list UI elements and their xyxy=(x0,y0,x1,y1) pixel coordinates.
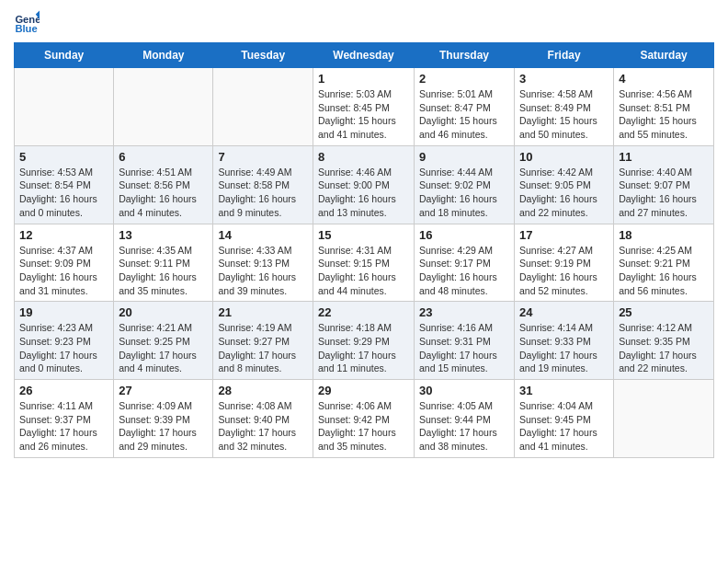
day-number: 18 xyxy=(619,228,709,242)
day-info: Sunrise: 4:29 AM Sunset: 9:17 PM Dayligh… xyxy=(419,244,509,298)
weekday-header-thursday: Thursday xyxy=(415,43,515,68)
day-info: Sunrise: 4:25 AM Sunset: 9:21 PM Dayligh… xyxy=(619,244,709,298)
day-number: 20 xyxy=(119,305,208,319)
calendar-cell: 22Sunrise: 4:18 AM Sunset: 9:29 PM Dayli… xyxy=(313,302,415,380)
calendar-week-4: 19Sunrise: 4:23 AM Sunset: 9:23 PM Dayli… xyxy=(15,302,714,380)
day-number: 13 xyxy=(119,228,208,242)
day-info: Sunrise: 4:06 AM Sunset: 9:42 PM Dayligh… xyxy=(318,399,409,454)
day-number: 5 xyxy=(19,150,108,164)
day-info: Sunrise: 4:04 AM Sunset: 9:45 PM Dayligh… xyxy=(519,399,609,454)
calendar-cell xyxy=(15,68,114,146)
day-info: Sunrise: 4:44 AM Sunset: 9:02 PM Dayligh… xyxy=(419,166,509,220)
calendar-cell: 27Sunrise: 4:09 AM Sunset: 9:39 PM Dayli… xyxy=(114,380,213,458)
day-info: Sunrise: 4:35 AM Sunset: 9:11 PM Dayligh… xyxy=(119,244,208,298)
calendar-cell: 19Sunrise: 4:23 AM Sunset: 9:23 PM Dayli… xyxy=(15,302,114,380)
calendar-cell: 20Sunrise: 4:21 AM Sunset: 9:25 PM Dayli… xyxy=(114,302,213,380)
day-info: Sunrise: 4:21 AM Sunset: 9:25 PM Dayligh… xyxy=(119,321,208,375)
calendar-cell: 24Sunrise: 4:14 AM Sunset: 9:33 PM Dayli… xyxy=(515,302,614,380)
day-number: 1 xyxy=(318,72,409,86)
calendar-cell: 13Sunrise: 4:35 AM Sunset: 9:11 PM Dayli… xyxy=(114,224,213,302)
day-number: 12 xyxy=(19,228,108,242)
calendar-cell: 23Sunrise: 4:16 AM Sunset: 9:31 PM Dayli… xyxy=(415,302,515,380)
calendar-header-row: SundayMondayTuesdayWednesdayThursdayFrid… xyxy=(15,43,714,68)
day-number: 22 xyxy=(318,305,409,319)
day-number: 11 xyxy=(619,150,709,164)
weekday-header-monday: Monday xyxy=(114,43,213,68)
day-info: Sunrise: 5:01 AM Sunset: 8:47 PM Dayligh… xyxy=(419,87,509,142)
day-info: Sunrise: 4:33 AM Sunset: 9:13 PM Dayligh… xyxy=(218,244,308,298)
weekday-header-sunday: Sunday xyxy=(15,43,114,68)
calendar-cell xyxy=(213,68,313,146)
day-info: Sunrise: 4:27 AM Sunset: 9:19 PM Dayligh… xyxy=(519,244,609,298)
calendar-cell: 9Sunrise: 4:44 AM Sunset: 9:02 PM Daylig… xyxy=(415,145,515,224)
day-number: 19 xyxy=(19,305,108,319)
day-info: Sunrise: 4:14 AM Sunset: 9:33 PM Dayligh… xyxy=(519,321,609,375)
day-info: Sunrise: 4:37 AM Sunset: 9:09 PM Dayligh… xyxy=(19,244,108,298)
day-number: 6 xyxy=(119,150,208,164)
day-number: 31 xyxy=(519,384,609,397)
day-number: 3 xyxy=(519,72,609,86)
calendar-cell: 21Sunrise: 4:19 AM Sunset: 9:27 PM Dayli… xyxy=(213,302,313,380)
calendar-cell: 31Sunrise: 4:04 AM Sunset: 9:45 PM Dayli… xyxy=(515,380,614,458)
day-info: Sunrise: 4:19 AM Sunset: 9:27 PM Dayligh… xyxy=(218,321,308,375)
day-number: 15 xyxy=(318,228,409,242)
day-number: 25 xyxy=(619,305,709,319)
day-number: 21 xyxy=(218,305,308,319)
page: General Blue SundayMondayTuesdayWednesda… xyxy=(0,0,728,467)
day-number: 27 xyxy=(119,384,208,397)
calendar-cell xyxy=(614,380,714,458)
calendar-cell: 6Sunrise: 4:51 AM Sunset: 8:56 PM Daylig… xyxy=(114,145,213,224)
calendar-cell: 7Sunrise: 4:49 AM Sunset: 8:58 PM Daylig… xyxy=(213,145,313,224)
calendar-cell: 12Sunrise: 4:37 AM Sunset: 9:09 PM Dayli… xyxy=(15,224,114,302)
calendar-cell: 30Sunrise: 4:05 AM Sunset: 9:44 PM Dayli… xyxy=(415,380,515,458)
calendar-cell: 25Sunrise: 4:12 AM Sunset: 9:35 PM Dayli… xyxy=(614,302,714,380)
day-number: 26 xyxy=(19,384,108,397)
day-number: 2 xyxy=(419,72,509,86)
day-number: 23 xyxy=(419,305,509,319)
calendar-week-3: 12Sunrise: 4:37 AM Sunset: 9:09 PM Dayli… xyxy=(15,224,714,302)
calendar-cell: 17Sunrise: 4:27 AM Sunset: 9:19 PM Dayli… xyxy=(515,224,614,302)
svg-text:Blue: Blue xyxy=(15,23,37,34)
day-info: Sunrise: 4:11 AM Sunset: 9:37 PM Dayligh… xyxy=(19,399,108,454)
day-number: 30 xyxy=(419,384,509,397)
day-number: 8 xyxy=(318,150,409,164)
day-number: 24 xyxy=(519,305,609,319)
day-number: 9 xyxy=(419,150,509,164)
day-number: 16 xyxy=(419,228,509,242)
calendar-cell: 8Sunrise: 4:46 AM Sunset: 9:00 PM Daylig… xyxy=(313,145,415,224)
day-info: Sunrise: 4:40 AM Sunset: 9:07 PM Dayligh… xyxy=(619,166,709,220)
day-number: 10 xyxy=(519,150,609,164)
day-info: Sunrise: 4:46 AM Sunset: 9:00 PM Dayligh… xyxy=(318,166,409,220)
day-info: Sunrise: 4:51 AM Sunset: 8:56 PM Dayligh… xyxy=(119,166,208,220)
day-info: Sunrise: 4:53 AM Sunset: 8:54 PM Dayligh… xyxy=(19,166,108,220)
day-info: Sunrise: 4:23 AM Sunset: 9:23 PM Dayligh… xyxy=(19,321,108,375)
calendar-cell: 26Sunrise: 4:11 AM Sunset: 9:37 PM Dayli… xyxy=(15,380,114,458)
day-info: Sunrise: 4:08 AM Sunset: 9:40 PM Dayligh… xyxy=(218,399,308,454)
day-number: 29 xyxy=(318,384,409,397)
calendar-body: 1Sunrise: 5:03 AM Sunset: 8:45 PM Daylig… xyxy=(15,68,714,458)
day-info: Sunrise: 4:05 AM Sunset: 9:44 PM Dayligh… xyxy=(419,399,509,454)
day-info: Sunrise: 4:18 AM Sunset: 9:29 PM Dayligh… xyxy=(318,321,409,375)
weekday-header-friday: Friday xyxy=(515,43,614,68)
day-info: Sunrise: 4:16 AM Sunset: 9:31 PM Dayligh… xyxy=(419,321,509,375)
calendar-week-5: 26Sunrise: 4:11 AM Sunset: 9:37 PM Dayli… xyxy=(15,380,714,458)
calendar-cell: 14Sunrise: 4:33 AM Sunset: 9:13 PM Dayli… xyxy=(213,224,313,302)
day-info: Sunrise: 4:09 AM Sunset: 9:39 PM Dayligh… xyxy=(119,399,208,454)
calendar-cell: 18Sunrise: 4:25 AM Sunset: 9:21 PM Dayli… xyxy=(614,224,714,302)
day-info: Sunrise: 4:56 AM Sunset: 8:51 PM Dayligh… xyxy=(619,87,709,142)
calendar-cell: 10Sunrise: 4:42 AM Sunset: 9:05 PM Dayli… xyxy=(515,145,614,224)
calendar-cell: 29Sunrise: 4:06 AM Sunset: 9:42 PM Dayli… xyxy=(313,380,415,458)
day-number: 28 xyxy=(218,384,308,397)
day-info: Sunrise: 5:03 AM Sunset: 8:45 PM Dayligh… xyxy=(318,87,409,142)
day-info: Sunrise: 4:58 AM Sunset: 8:49 PM Dayligh… xyxy=(519,87,609,142)
calendar-cell: 5Sunrise: 4:53 AM Sunset: 8:54 PM Daylig… xyxy=(15,145,114,224)
calendar-cell: 4Sunrise: 4:56 AM Sunset: 8:51 PM Daylig… xyxy=(614,68,714,146)
day-info: Sunrise: 4:49 AM Sunset: 8:58 PM Dayligh… xyxy=(218,166,308,220)
day-info: Sunrise: 4:12 AM Sunset: 9:35 PM Dayligh… xyxy=(619,321,709,375)
day-number: 4 xyxy=(619,72,709,86)
day-info: Sunrise: 4:31 AM Sunset: 9:15 PM Dayligh… xyxy=(318,244,409,298)
calendar-table: SundayMondayTuesdayWednesdayThursdayFrid… xyxy=(14,42,714,458)
calendar-cell: 1Sunrise: 5:03 AM Sunset: 8:45 PM Daylig… xyxy=(313,68,415,146)
calendar-cell: 2Sunrise: 5:01 AM Sunset: 8:47 PM Daylig… xyxy=(415,68,515,146)
calendar-cell xyxy=(114,68,213,146)
